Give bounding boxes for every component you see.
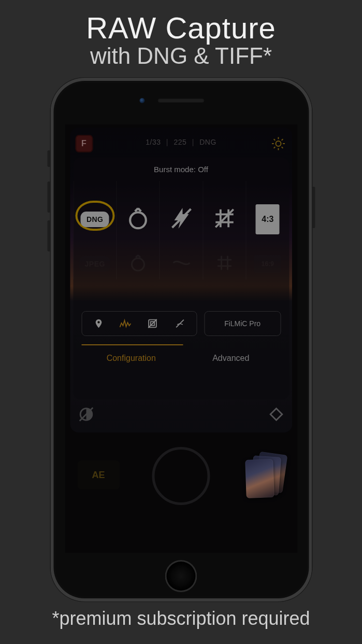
capture-controls: AE [65,436,297,553]
timer-column[interactable] [116,181,159,279]
grid-off-icon [212,206,236,232]
format-jpeg-pill[interactable]: JPEG [79,256,111,272]
filmic-pro-button[interactable]: FiLMiC Pro [204,311,281,336]
grid-icon [215,254,234,274]
phone-frame: F 1/33 | 225 | DNG [50,78,312,601]
iso-label: 225 [173,138,186,146]
settings-gear-icon[interactable] [269,135,287,152]
tab-advanced[interactable]: Advanced [181,354,281,374]
format-dng-pill[interactable]: DNG [81,212,109,227]
svg-point-1 [130,213,146,229]
camera-viewport: F 1/33 | 225 | DNG [70,128,292,432]
gallery-card-icon [245,459,274,498]
svg-point-0 [276,141,281,146]
tab-configuration[interactable]: Configuration [81,354,181,374]
timer-icon [126,206,150,232]
stabilize-off-icon[interactable] [173,317,186,330]
svg-line-8 [149,319,157,328]
overlay-off-icon[interactable] [146,317,160,330]
separator: | [163,138,171,146]
svg-point-5 [97,321,99,323]
proximity-sensor [139,98,144,103]
promo-footnote: *premium subscription required [0,608,362,629]
format-label: DNG [199,138,216,146]
volume-down-button [47,220,50,251]
burst-mode-label: Burst mode: Off [73,158,289,177]
white-balance-off-icon[interactable] [77,405,95,425]
ratio-16-9[interactable]: 16:9 [254,255,281,273]
flash-off-icon [169,206,194,233]
ratio-4-3[interactable]: 4:3 [256,204,280,234]
shutter-button[interactable] [152,447,210,505]
promo-subtitle: with DNG & TIFF* [0,43,362,69]
ratio-column[interactable]: 4:3 16:9 [246,181,289,279]
grid-column[interactable] [202,181,245,279]
volume-up-button [47,181,50,213]
histogram-icon[interactable] [119,317,132,330]
power-button [312,187,315,228]
focus-icon[interactable] [267,405,285,425]
timer-icon [129,254,148,274]
flash-auto-icon [171,255,191,273]
earpiece-speaker [158,99,205,103]
format-column[interactable]: DNG JPEG [73,181,116,279]
mute-switch [47,150,50,167]
shutter-speed-label: 1/33 [146,138,161,146]
location-icon[interactable] [92,317,105,330]
tool-group [81,311,197,336]
svg-line-4 [215,209,234,228]
settings-panel: Burst mode: Off DNG JPEG [73,158,289,399]
gallery-thumbnail[interactable] [241,453,285,500]
capture-info: 1/33 | 225 | DNG [70,138,292,146]
top-bar: F 1/33 | 225 | DNG [70,131,292,156]
phone-screen: F 1/33 | 225 | DNG [65,124,297,553]
ae-lock-button[interactable]: AE [77,460,120,489]
settings-wheel[interactable]: DNG JPEG [73,181,289,279]
svg-point-2 [132,258,144,271]
separator: | [189,138,197,146]
home-button [165,560,197,592]
promo-title: RAW Capture [0,0,362,45]
tab-underline [81,344,183,345]
flash-column[interactable] [160,181,202,279]
